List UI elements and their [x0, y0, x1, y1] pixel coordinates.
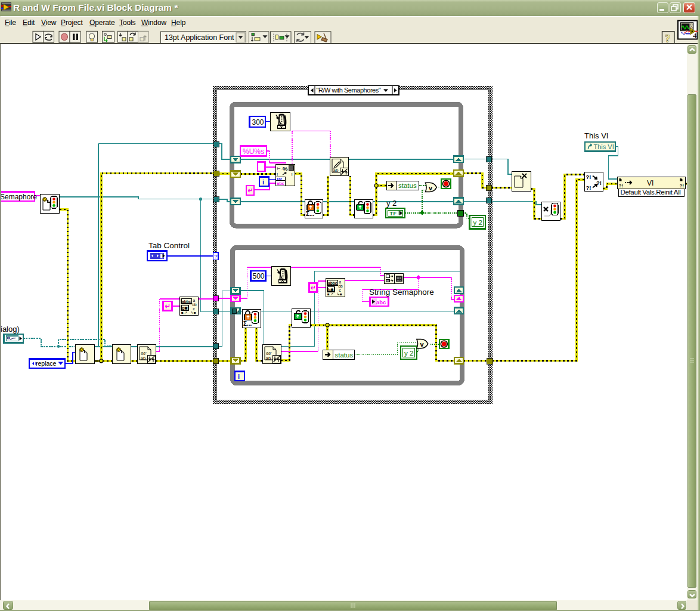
svg-text:Σ...: Σ... — [243, 320, 252, 327]
svg-text:TF: TF — [390, 211, 397, 217]
svg-text:bb: bb — [339, 284, 343, 288]
svg-text:status: status — [335, 351, 354, 359]
svg-text:This VI: This VI — [594, 143, 614, 150]
svg-text:300: 300 — [252, 118, 264, 126]
svg-text:replace: replace — [36, 360, 57, 367]
svg-text:↳■: ↳■ — [337, 292, 342, 296]
svg-text:%: % — [283, 165, 288, 172]
svg-text:66´: 66´ — [141, 351, 147, 356]
svg-text:ab: ab — [266, 356, 271, 361]
svg-text:Default Vals.Reinit All: Default Vals.Reinit All — [621, 189, 681, 196]
svg-text:■.↗: ■.↗ — [181, 311, 187, 314]
svg-text:abc: abc — [376, 299, 386, 306]
svg-text:y 2: y 2 — [404, 350, 413, 357]
svg-text:?: ? — [214, 253, 217, 260]
svg-text:ab: ab — [141, 356, 146, 361]
svg-text:y 2: y 2 — [473, 219, 482, 226]
svg-text:!: ! — [292, 172, 293, 177]
svg-text:String Semaphore: String Semaphore — [369, 288, 434, 297]
svg-text:v: v — [429, 184, 433, 192]
svg-text:i: i — [262, 178, 264, 186]
svg-text:Tab Control: Tab Control — [148, 241, 190, 250]
svg-text:abc: abc — [277, 181, 284, 186]
svg-text:!: ! — [277, 172, 278, 177]
svg-text:%U%s: %U%s — [243, 147, 264, 156]
svg-text:VI: VI — [647, 179, 653, 187]
svg-text:500: 500 — [253, 272, 265, 280]
svg-text:Semaphore: Semaphore — [0, 193, 37, 201]
svg-text:bb: bb — [193, 303, 197, 307]
svg-text:ialog): ialog) — [1, 325, 20, 334]
svg-text:"R/W with Semaphores": "R/W with Semaphores" — [317, 87, 381, 94]
svg-text:■.↗: ■.↗ — [327, 292, 333, 296]
svg-text:?!: ?! — [680, 183, 684, 189]
svg-text:This VI: This VI — [584, 131, 608, 140]
svg-text:b✱: b✱ — [182, 306, 188, 310]
svg-text:66´: 66´ — [266, 351, 272, 356]
svg-text:↳■: ↳■ — [191, 311, 196, 314]
svg-text:Σ...: Σ... — [306, 211, 315, 217]
svg-text:ab: ab — [333, 168, 339, 173]
svg-text:?!: ?! — [619, 183, 623, 189]
svg-text:?!: ?! — [586, 174, 591, 180]
svg-text:a: a — [193, 298, 196, 303]
svg-text:?!: ?! — [586, 184, 591, 191]
svg-text:abbc: abbc — [182, 300, 191, 304]
svg-text:abbc: abbc — [328, 281, 337, 285]
svg-text:v: v — [420, 341, 425, 348]
svg-text:status: status — [398, 182, 417, 189]
svg-text:y 2: y 2 — [386, 199, 397, 208]
svg-text:a: a — [339, 280, 342, 284]
svg-text:i: i — [238, 373, 240, 380]
svg-text:b✱: b✱ — [328, 288, 334, 292]
